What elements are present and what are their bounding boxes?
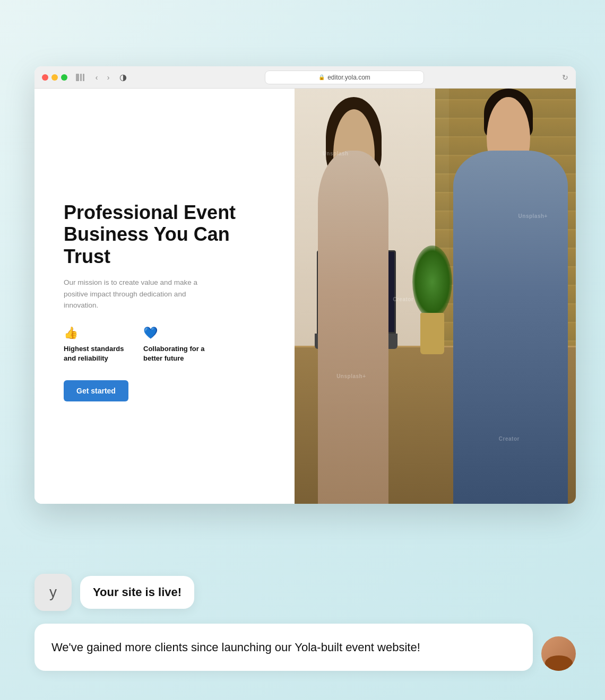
chat-section: y Your site is live! We've gained more c… <box>34 574 576 671</box>
chat-bubble-2: We've gained more clients since launchin… <box>34 624 533 671</box>
brightness-icon: ◑ <box>119 72 127 82</box>
chat-row-1: y Your site is live! <box>34 574 576 611</box>
site-left-panel: Professional Event Business You Can Trus… <box>34 89 295 504</box>
hero-image: Unsplash Unsplash+ Creator Unsplash+ Cre… <box>295 89 576 504</box>
address-bar[interactable]: 🔒 editor.yola.com <box>265 71 424 84</box>
browser-content: Professional Event Business You Can Trus… <box>34 89 576 504</box>
user-avatar <box>541 636 576 671</box>
feature-1-label: Highest standards and reliability <box>64 344 127 363</box>
address-bar-wrap: 🔒 editor.yola.com <box>131 71 558 84</box>
plant-pot <box>420 313 444 354</box>
url-text: editor.yola.com <box>327 74 370 81</box>
avatar-hair <box>545 655 573 671</box>
back-button[interactable]: ‹ <box>92 73 101 82</box>
site-headline: Professional Event Business You Can Trus… <box>64 202 273 267</box>
man-torso <box>453 151 568 504</box>
browser-window: ‹ › ◑ 🔒 editor.yola.com ↻ Professional E… <box>34 66 576 504</box>
features-row: 👍 Highest standards and reliability 💙 Co… <box>64 326 273 363</box>
dot-red[interactable] <box>42 74 48 81</box>
heart-icon: 💙 <box>143 326 207 340</box>
feature-1: 👍 Highest standards and reliability <box>64 326 127 363</box>
thumbs-up-icon: 👍 <box>64 326 127 340</box>
chat-bubble-2-text: We've gained more clients since launchin… <box>51 641 420 654</box>
refresh-button[interactable]: ↻ <box>562 73 568 82</box>
person-woman <box>300 89 418 504</box>
chat-bubble-1: Your site is live! <box>80 576 194 609</box>
dot-yellow[interactable] <box>51 74 58 81</box>
lock-icon: 🔒 <box>318 74 325 80</box>
browser-titlebar: ‹ › ◑ 🔒 editor.yola.com ↻ <box>34 66 576 89</box>
forward-button[interactable]: › <box>103 73 113 82</box>
feature-2-label: Collaborating for a better future <box>143 344 207 363</box>
dot-green[interactable] <box>61 74 67 81</box>
sidebar-toggle-icon[interactable] <box>76 74 84 81</box>
page-background: ‹ › ◑ 🔒 editor.yola.com ↻ Professional E… <box>0 0 605 700</box>
site-description: Our mission is to create value and make … <box>64 277 218 311</box>
traffic-lights <box>42 74 67 81</box>
get-started-button[interactable]: Get started <box>64 380 128 401</box>
yola-logo-avatar: y <box>34 574 72 611</box>
chat-bubble-1-text: Your site is live! <box>93 585 182 599</box>
chat-row-2: We've gained more clients since launchin… <box>34 624 576 671</box>
person-man <box>446 89 576 504</box>
site-right-panel: Unsplash Unsplash+ Creator Unsplash+ Cre… <box>295 89 576 504</box>
nav-arrows: ‹ › <box>92 73 113 82</box>
feature-2: 💙 Collaborating for a better future <box>143 326 207 363</box>
woman-torso <box>318 151 389 504</box>
